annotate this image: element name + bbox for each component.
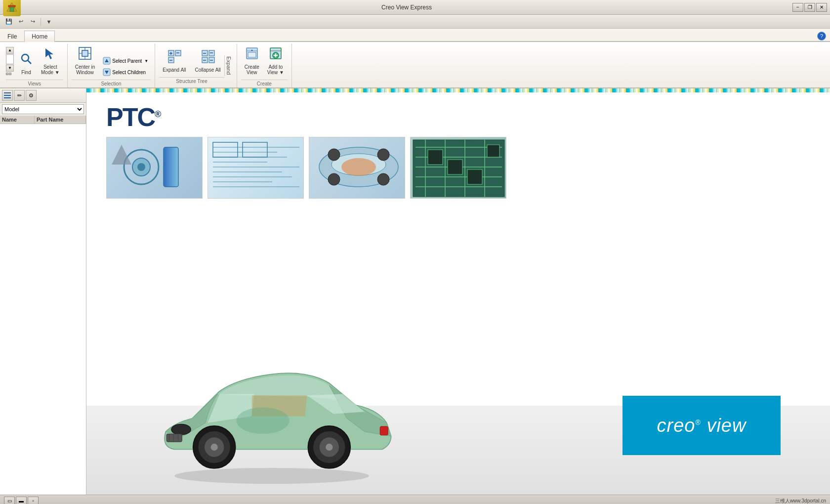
view-label: view [706, 415, 746, 436]
product-thumbnails [106, 137, 810, 199]
thumb-circuit [410, 137, 506, 199]
status-buttons: ▭ ▬ ▫ [4, 497, 39, 504]
tree-col-name: Name [0, 116, 35, 124]
main-area: ✏ ⚙ Model Name Part Name PTC® [0, 88, 830, 495]
window-controls: − ❐ ✕ [792, 3, 827, 12]
svg-rect-76 [428, 150, 443, 165]
svg-rect-91 [166, 434, 182, 442]
create-view-button[interactable]: CreateView [241, 44, 263, 78]
thumb-drawing-svg [208, 137, 304, 199]
create-buttons: CreateView Add toView ▼ [241, 44, 288, 79]
create-view-icon [245, 46, 259, 63]
select-mode-label: SelectMode ▼ [41, 64, 60, 75]
thumb-drawing [208, 137, 304, 199]
status-bar: ▭ ▬ ▫ 三维人www.3dportal.cn [0, 495, 830, 504]
creo-view-box: creo® view [622, 396, 781, 455]
svg-rect-41 [4, 95, 11, 96]
ribbon-group-structure-tree: Expand All [155, 44, 237, 87]
views-group-label: Views [6, 80, 63, 87]
add-to-view-label: Add toView ▼ [267, 64, 284, 75]
selection-buttons: Center inWindow Select Parent ▼ [72, 44, 151, 79]
restore-button[interactable]: ❐ [804, 3, 815, 12]
tab-file[interactable]: File [0, 31, 24, 42]
svg-rect-82 [380, 426, 388, 435]
tree-content[interactable] [0, 124, 86, 495]
tab-home[interactable]: Home [24, 31, 55, 42]
close-button[interactable]: ✕ [816, 3, 827, 12]
find-button[interactable]: Find [16, 49, 37, 78]
welcome-screen: PTC® [86, 88, 830, 495]
ribbon-group-views: ▲ ▼ Find [2, 44, 68, 87]
add-to-view-icon [269, 46, 283, 63]
svg-point-95 [236, 407, 289, 434]
ptc-trademark: ® [155, 109, 160, 119]
svg-point-86 [211, 444, 218, 451]
status-btn-3[interactable]: ▫ [28, 497, 39, 504]
qa-undo-button[interactable]: ↩ [16, 17, 26, 27]
content-area: PTC® [86, 88, 830, 495]
find-label: Find [21, 70, 31, 75]
svg-line-4 [28, 61, 32, 64]
expand-button[interactable]: Expand [224, 55, 233, 76]
select-parent-child-group: Select Parent ▼ Select Children [100, 55, 151, 78]
svg-rect-57 [213, 142, 238, 157]
creo-trademark: ® [696, 419, 701, 426]
center-in-window-button[interactable]: Center inWindow [72, 44, 99, 78]
svg-rect-33 [248, 52, 256, 57]
center-window-label: Center inWindow [75, 64, 95, 75]
select-mode-icon [43, 46, 57, 63]
svg-rect-58 [243, 142, 267, 157]
ribbon-tabs: File Home ? [0, 29, 830, 42]
panel-list-view-button[interactable] [2, 90, 13, 101]
thumb-auto [309, 137, 405, 199]
panel-settings-button[interactable]: ⚙ [26, 90, 37, 101]
ptc-logo: PTC® [106, 102, 810, 132]
svg-point-63 [328, 149, 340, 161]
ribbon: File Home ? ▲ ▼ [0, 29, 830, 88]
qa-redo-button[interactable]: ↪ [28, 17, 38, 27]
app-logo-icon [3, 0, 21, 16]
qa-save-button[interactable]: 💾 [4, 17, 14, 27]
ribbon-content: ▲ ▼ Find [0, 42, 830, 87]
qa-dropdown-button[interactable]: ▼ [44, 17, 54, 27]
svg-rect-7 [82, 50, 88, 56]
find-icon [19, 52, 33, 69]
views-scroll-up[interactable]: ▲ [6, 47, 14, 54]
status-btn-1[interactable]: ▭ [4, 497, 15, 504]
add-to-view-button[interactable]: Add toView ▼ [264, 44, 288, 78]
ribbon-group-selection: Center inWindow Select Parent ▼ [68, 44, 156, 87]
svg-rect-42 [4, 97, 11, 98]
thumb-mechanical [106, 137, 203, 199]
left-panel: ✏ ⚙ Model Name Part Name [0, 88, 86, 495]
expand-all-button[interactable]: Expand All [159, 47, 189, 75]
status-btn-2[interactable]: ▬ [16, 497, 27, 504]
select-parent-dropdown: ▼ [144, 59, 148, 63]
left-panel-toolbar: ✏ ⚙ [0, 88, 86, 103]
svg-point-3 [22, 54, 29, 61]
thumb-circuit-svg [411, 137, 506, 199]
views-buttons: ▲ ▼ Find [6, 44, 63, 79]
creo-label: creo [657, 415, 696, 436]
model-selector: Model [2, 104, 84, 114]
minimize-button[interactable]: − [792, 3, 803, 12]
select-children-button[interactable]: Select Children [100, 67, 151, 78]
panel-edit-button[interactable]: ✏ [14, 90, 25, 101]
select-mode-button[interactable]: SelectMode ▼ [38, 44, 63, 78]
collapse-all-button[interactable]: Collapse All [192, 47, 224, 75]
select-parent-icon [103, 57, 111, 65]
svg-point-64 [377, 149, 389, 161]
collapse-all-icon [201, 49, 215, 66]
views-scroll-down[interactable]: ▼ [6, 65, 14, 72]
expand-all-label: Expand All [163, 67, 186, 73]
svg-point-65 [341, 158, 376, 176]
select-children-label: Select Children [112, 70, 146, 75]
structure-tree-label: Structure Tree [159, 77, 224, 85]
expand-label: Expand [226, 56, 232, 75]
app-title: Creo View Express [21, 4, 792, 11]
select-parent-button[interactable]: Select Parent ▼ [100, 55, 151, 66]
help-button[interactable]: ? [817, 32, 826, 41]
create-group-label: Create [241, 80, 288, 87]
model-dropdown[interactable]: Model [2, 104, 84, 114]
welcome-content: PTC® [86, 92, 830, 209]
svg-marker-5 [45, 48, 53, 59]
